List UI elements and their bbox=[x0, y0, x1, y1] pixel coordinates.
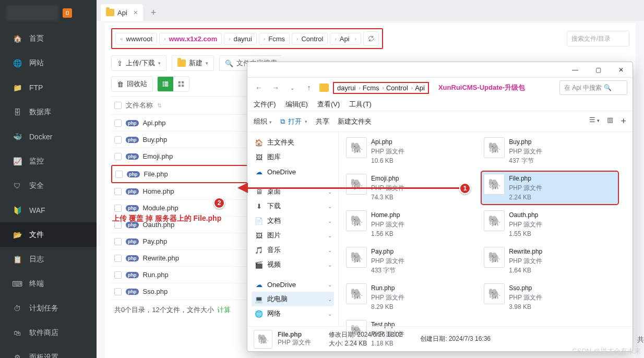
explorer-file-item[interactable]: 🐘Buy.phpPHP 源文件437 字节 bbox=[482, 135, 618, 168]
sidebar-item[interactable]: 🛡安全 bbox=[0, 173, 97, 198]
sidebar-icon: ⚙ bbox=[13, 353, 22, 359]
col-name[interactable]: 文件名称 bbox=[126, 101, 153, 110]
explorer-file-item[interactable]: 🐘Rewrite.phpPHP 源文件1.64 KB bbox=[482, 245, 618, 277]
row-checkbox[interactable] bbox=[114, 255, 122, 262]
explorer-file-item[interactable]: 🐘Pay.phpPHP 源文件433 字节 bbox=[344, 245, 480, 277]
addr-crumb[interactable]: Api bbox=[415, 84, 425, 92]
view-grid-icon[interactable] bbox=[173, 77, 189, 91]
sidebar-item[interactable]: 📁FTP bbox=[0, 75, 97, 100]
crumb-part[interactable]: ›Control bbox=[292, 33, 328, 45]
preview-pane-icon[interactable]: ▥ bbox=[607, 116, 613, 127]
navpane-item[interactable]: 🖥桌面⌄ bbox=[252, 184, 334, 199]
row-checkbox[interactable] bbox=[114, 205, 122, 212]
explorer-file-item[interactable]: 🐘Home.phpPHP 源文件1.56 KB bbox=[344, 208, 480, 241]
sidebar-item[interactable]: 🗄数据库 bbox=[0, 100, 97, 124]
navpane-item[interactable]: ☁OneDrive⌄ bbox=[252, 277, 334, 292]
close-button[interactable]: ✕ bbox=[610, 62, 633, 78]
addr-crumb[interactable]: Control› bbox=[386, 84, 413, 92]
sidebar-item[interactable]: ⏱计划任务 bbox=[0, 296, 97, 320]
addr-crumb[interactable]: dayrui› bbox=[337, 84, 361, 92]
explorer-file-item[interactable]: 🐘Api.phpPHP 源文件10.6 KB bbox=[344, 135, 480, 168]
crumb-domain[interactable]: ›www.x1x2.com bbox=[159, 33, 222, 45]
search-input[interactable]: 搜索文件/目录 bbox=[567, 31, 629, 46]
addr-crumb[interactable]: Fcms› bbox=[363, 84, 384, 92]
file-type: PHP 源文件 bbox=[509, 220, 542, 229]
sidebar-item[interactable]: ⚙面板设置 bbox=[0, 345, 97, 358]
sidebar-item[interactable]: 🌐网站 bbox=[0, 51, 97, 75]
menu-tools[interactable]: 工具(T) bbox=[349, 100, 372, 109]
sidebar-item[interactable]: 🔰WAF bbox=[0, 198, 97, 222]
sidebar-item[interactable]: 🛍软件商店 bbox=[0, 320, 97, 345]
crumb-part[interactable]: ›Fcms bbox=[259, 33, 290, 45]
add-icon[interactable]: + bbox=[621, 116, 626, 127]
sidebar-item[interactable]: ⌨终端 bbox=[0, 271, 97, 296]
crumb-root[interactable]: «wwwroot bbox=[115, 33, 157, 45]
row-checkbox[interactable] bbox=[114, 153, 122, 160]
php-file-icon: 🐘 bbox=[346, 174, 367, 195]
explorer-file-item[interactable]: 🐘Run.phpPHP 源文件8.29 KB bbox=[344, 281, 480, 314]
tab-folder[interactable]: Api × bbox=[101, 4, 143, 21]
navpane-item[interactable]: ☁OneDrive bbox=[252, 164, 334, 179]
view-options-icon[interactable]: ☰ ▾ bbox=[589, 116, 600, 127]
row-checkbox[interactable] bbox=[115, 171, 123, 178]
sidebar-item[interactable]: 🐳Docker bbox=[0, 124, 97, 149]
menu-edit[interactable]: 编辑(E) bbox=[285, 100, 308, 109]
nav-forward[interactable]: → bbox=[269, 81, 282, 94]
share-button[interactable]: 共享 bbox=[316, 117, 329, 126]
row-checkbox[interactable] bbox=[114, 221, 122, 229]
navpane-item[interactable]: 📄文档⌄ bbox=[252, 213, 334, 228]
tab-add-button[interactable]: + bbox=[145, 4, 162, 21]
view-toggle[interactable] bbox=[157, 76, 189, 92]
row-checkbox[interactable] bbox=[114, 288, 122, 295]
refresh-button[interactable] bbox=[363, 31, 379, 46]
explorer-menubar[interactable]: 文件(F) 编辑(E) 查看(V) 工具(T) bbox=[247, 98, 633, 111]
row-checkbox[interactable] bbox=[114, 271, 122, 279]
sort-icon[interactable]: ⇅ bbox=[157, 102, 162, 109]
menu-file[interactable]: 文件(F) bbox=[254, 100, 276, 109]
navpane-item[interactable]: ⬇下载⌄ bbox=[252, 199, 334, 213]
nav-back[interactable]: ← bbox=[253, 81, 265, 94]
calc-button[interactable]: 计算 bbox=[217, 306, 231, 314]
row-checkbox[interactable] bbox=[114, 136, 122, 144]
new-button[interactable]: 新建▾ bbox=[172, 55, 214, 71]
window-titlebar[interactable]: — ▢ ✕ bbox=[247, 62, 633, 78]
organize-button[interactable]: 组织 ▾ bbox=[254, 117, 272, 126]
navpane-item[interactable]: 🎬视频⌄ bbox=[252, 257, 334, 272]
crumb-part[interactable]: ›dayrui bbox=[224, 33, 257, 45]
upload-download-button[interactable]: ⇧上传/下载▾ bbox=[111, 55, 166, 71]
nav-up[interactable]: ↑ bbox=[303, 81, 315, 94]
row-checkbox[interactable] bbox=[114, 188, 122, 195]
menu-view[interactable]: 查看(V) bbox=[317, 100, 340, 109]
maximize-button[interactable]: ▢ bbox=[587, 62, 610, 78]
explorer-file-item[interactable]: 🐘Oauth.phpPHP 源文件1.55 KB bbox=[482, 208, 618, 241]
explorer-nav-pane[interactable]: 🏠主文件夹🖼图库☁OneDrive🖥桌面⌄⬇下载⌄📄文档⌄🖼图片⌄🎵音乐⌄🎬视频… bbox=[247, 132, 339, 326]
navpane-item[interactable]: 🏠主文件夹 bbox=[252, 135, 334, 150]
notification-badge[interactable]: 0 bbox=[63, 8, 72, 18]
crumb-part[interactable]: ›Api› bbox=[330, 33, 361, 45]
recycle-button[interactable]: 🗑回收站 bbox=[111, 76, 153, 92]
navpane-item[interactable]: 🌐网络⌄ bbox=[252, 306, 334, 321]
minimize-button[interactable]: — bbox=[564, 62, 587, 78]
sidebar-icon: 🏠 bbox=[13, 34, 22, 43]
close-icon[interactable]: × bbox=[134, 8, 138, 17]
sidebar-item[interactable]: 📈监控 bbox=[0, 149, 97, 173]
explorer-search-input[interactable]: 在 Api 中搜索🔍 bbox=[559, 80, 627, 95]
navpane-item[interactable]: 🖼图片⌄ bbox=[252, 228, 334, 243]
explorer-file-item[interactable]: 🐘Sso.phpPHP 源文件3.98 KB bbox=[482, 281, 618, 314]
navpane-item[interactable]: 🖼图库 bbox=[252, 150, 334, 164]
explorer-file-item[interactable]: 🐘File.phpPHP 源文件2.24 KB bbox=[482, 172, 618, 204]
row-checkbox[interactable] bbox=[114, 120, 122, 127]
open-button[interactable]: ⧉打开▾ bbox=[280, 117, 307, 126]
select-all-checkbox[interactable] bbox=[114, 102, 122, 109]
navpane-item[interactable]: 🎵音乐⌄ bbox=[252, 243, 334, 257]
view-list-icon[interactable] bbox=[158, 77, 173, 91]
sidebar-item[interactable]: 🏠首页 bbox=[0, 26, 97, 51]
navpane-item[interactable]: 💻此电脑⌄ bbox=[252, 292, 334, 306]
php-file-icon: 🐘 bbox=[484, 174, 505, 195]
sidebar-item[interactable]: 📂文件 bbox=[0, 222, 97, 247]
explorer-file-grid[interactable]: 🐘Api.phpPHP 源文件10.6 KB🐘Emoji.phpPHP 源文件7… bbox=[339, 132, 633, 326]
row-checkbox[interactable] bbox=[114, 238, 122, 245]
nav-recent[interactable]: ⌄ bbox=[286, 81, 299, 94]
sidebar-item[interactable]: 📋日志 bbox=[0, 247, 97, 271]
new-folder-button[interactable]: 新建文件夹 bbox=[338, 117, 372, 126]
